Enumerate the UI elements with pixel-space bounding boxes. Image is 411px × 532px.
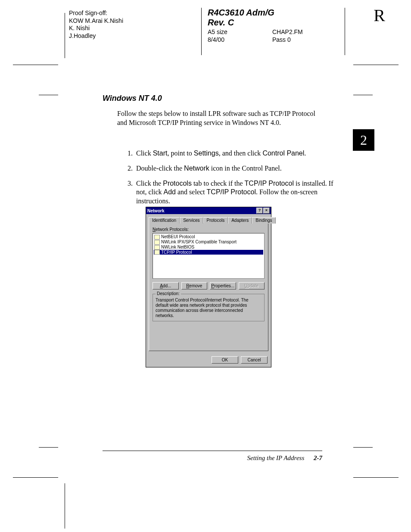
- page-footer: Setting the IP Address 2-7: [103, 451, 322, 462]
- section-title: Windows NT 4.0: [103, 94, 162, 103]
- protocol-icon: [154, 240, 160, 245]
- list-item[interactable]: NetBEUI Protocol: [154, 234, 263, 240]
- tab-bindings[interactable]: Bindings: [252, 217, 275, 224]
- cropmark: [39, 447, 58, 448]
- cropmark: [13, 477, 58, 478]
- intro-paragraph: Follow the steps below to install LPR so…: [117, 109, 320, 128]
- header-mid: R4C3610 Adm/G Rev. C A5 size CHAP2.FM 8/…: [208, 8, 337, 44]
- description-text: Transport Control Protocol/Internet Prot…: [156, 298, 262, 318]
- step-3: Click the Protocols tab to check if the …: [134, 179, 341, 206]
- close-button[interactable]: ×: [263, 208, 270, 214]
- doc-file: CHAP2.FM: [272, 28, 337, 36]
- network-dialog: Network ? × Identification Services Prot…: [146, 207, 271, 367]
- ok-button[interactable]: OK: [212, 356, 238, 364]
- ui-term: Protocols: [163, 180, 192, 187]
- protocol-icon: [154, 235, 160, 240]
- ui-term: Add: [164, 188, 176, 196]
- cropmark: [65, 483, 65, 529]
- step-1: Click Start, point to Settings, and then…: [134, 149, 341, 158]
- proof-line: KOW M.Arai K.Nishi: [69, 17, 123, 25]
- cropmark: [13, 65, 58, 65]
- remove-button[interactable]: Remove: [181, 282, 208, 289]
- tab-services[interactable]: Services: [180, 217, 203, 224]
- cropmark: [353, 65, 399, 65]
- protocol-icon: [154, 250, 160, 255]
- tab-protocols[interactable]: Protocols: [203, 217, 228, 224]
- dialog-title: Network: [147, 208, 256, 213]
- cropmark: [353, 95, 373, 95]
- list-item-selected[interactable]: TCP/IP Protocol: [154, 250, 263, 255]
- cropmark: [353, 447, 373, 448]
- proof-title: Proof Sign-off:: [69, 9, 123, 17]
- button-row: Add... Remove Properties... Update: [153, 282, 265, 289]
- step-list: Click Start, point to Settings, and then…: [117, 149, 341, 212]
- chapter-tab: 2: [353, 129, 374, 151]
- protocols-listbox[interactable]: NetBEUI Protocol NWLink IPX/SPX Compatib…: [153, 233, 265, 279]
- header-divider-1: [201, 8, 202, 55]
- protocols-label: Network Protocols:: [153, 227, 265, 232]
- cropmark: [353, 477, 399, 478]
- tab-panel: Network Protocols: NetBEUI Protocol NWLi…: [149, 223, 268, 351]
- doc-date: 8/4/00: [208, 36, 272, 44]
- ui-term: TCP/IP Protocol: [245, 180, 294, 187]
- proof-signoff: Proof Sign-off: KOW M.Arai K.Nishi K. Ni…: [69, 9, 123, 40]
- dialog-titlebar[interactable]: Network ? ×: [146, 207, 271, 214]
- step-2: Double-click the Network icon in the Con…: [134, 164, 341, 173]
- proof-line: K. Nishi: [69, 25, 123, 32]
- cropmark: [39, 95, 58, 95]
- header-divider-2: [345, 8, 345, 55]
- doc-pass: Pass 0: [272, 36, 337, 44]
- cropmark: [65, 13, 65, 58]
- ui-term: Start: [153, 149, 168, 157]
- protocol-icon: [154, 245, 160, 250]
- ui-term: Network: [184, 165, 209, 172]
- description-label: Description:: [156, 291, 181, 296]
- properties-button[interactable]: Properties...: [210, 282, 236, 289]
- update-button: Update: [239, 282, 265, 289]
- list-item[interactable]: NWLink NetBIOS: [154, 245, 263, 250]
- spacer: [153, 321, 265, 347]
- ui-term: Control Panel: [262, 149, 304, 157]
- doc-size: A5 size: [208, 28, 272, 36]
- cancel-button[interactable]: Cancel: [241, 356, 268, 364]
- description-groupbox: Description: Transport Control Protocol/…: [153, 294, 265, 321]
- list-item[interactable]: NWLink IPX/SPX Compatible Transport: [154, 240, 263, 245]
- dialog-footer: OK Cancel: [146, 354, 271, 367]
- ui-term: TCP/IP Protocol: [207, 188, 256, 196]
- tab-adapters[interactable]: Adapters: [228, 217, 252, 224]
- footer-page: 2-7: [314, 454, 322, 461]
- add-button[interactable]: Add...: [153, 282, 179, 289]
- footer-chapter: Setting the IP Address: [247, 454, 305, 461]
- proof-line: J.Hoadley: [69, 32, 123, 40]
- ui-term: Settings: [194, 149, 219, 157]
- doc-id: R4C3610 Adm/G: [208, 8, 337, 18]
- corner-letter: R: [374, 5, 385, 25]
- tab-identification[interactable]: Identification: [149, 217, 180, 224]
- help-button[interactable]: ?: [256, 208, 263, 214]
- doc-rev: Rev. C: [208, 18, 337, 28]
- tab-row: Identification Services Protocols Adapte…: [146, 214, 271, 223]
